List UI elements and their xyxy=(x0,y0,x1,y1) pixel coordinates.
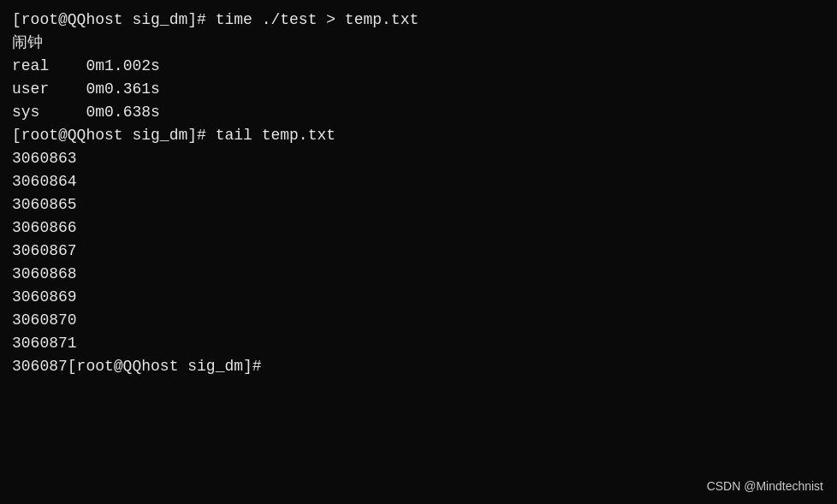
terminal-line-17: 306087[root@QQhost sig_dm]# xyxy=(12,355,825,378)
terminal-line-11: 3060866 xyxy=(12,216,825,240)
terminal-line-10: 3060865 xyxy=(12,193,825,216)
terminal-line-14: 3060869 xyxy=(12,286,825,309)
terminal-line-7: [root@QQhost sig_dm]# tail temp.txt xyxy=(12,124,825,147)
terminal-window: [root@QQhost sig_dm]# time ./test > temp… xyxy=(0,0,837,504)
terminal-line-15: 3060870 xyxy=(12,309,825,332)
terminal-line-8: 3060863 xyxy=(12,147,825,170)
terminal-line-4: real 0m1.002s xyxy=(12,55,825,78)
terminal-line-1: [root@QQhost sig_dm]# time ./test > temp… xyxy=(12,9,825,32)
terminal-line-6: sys 0m0.638s xyxy=(12,101,825,124)
watermark: CSDN @Mindtechnist xyxy=(707,477,823,495)
terminal-line-16: 3060871 xyxy=(12,332,825,355)
terminal-line-5: user 0m0.361s xyxy=(12,78,825,101)
terminal-line-9: 3060864 xyxy=(12,170,825,193)
terminal-line-13: 3060868 xyxy=(12,263,825,286)
terminal-content: [root@QQhost sig_dm]# time ./test > temp… xyxy=(12,9,825,378)
terminal-line-12: 3060867 xyxy=(12,240,825,263)
terminal-line-2: 闹钟 xyxy=(12,32,825,55)
